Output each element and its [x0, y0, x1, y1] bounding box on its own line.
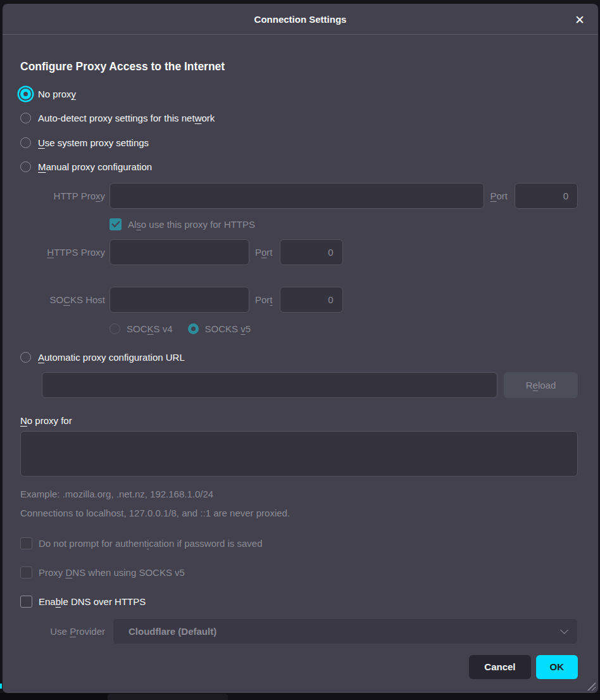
proxy-dns-checkbox[interactable]	[20, 566, 32, 578]
auto-url-input-row: Reload	[42, 372, 578, 398]
https-proxy-row: HTTPS Proxy Port	[20, 239, 578, 265]
dialog-title: Connection Settings	[254, 14, 347, 25]
ok-button[interactable]: OK	[536, 655, 578, 679]
also-https-checkbox[interactable]	[109, 218, 122, 230]
provider-select[interactable]: Cloudflare (Default)	[113, 618, 578, 644]
socks-version-row: SOCKS v4 SOCKS v5	[109, 320, 578, 337]
socks-host-input[interactable]	[109, 287, 249, 313]
also-https-row: Also use this proxy for HTTPS	[109, 215, 578, 233]
auto-url-radio[interactable]	[20, 352, 31, 363]
resize-grip[interactable]	[586, 681, 596, 691]
system-proxy-radio[interactable]	[20, 137, 31, 148]
http-port-label[interactable]: Port	[490, 191, 508, 201]
provider-row: Use Provider Cloudflare (Default)	[20, 618, 578, 644]
https-port-label[interactable]: Port	[255, 247, 273, 258]
no-prompt-auth-checkbox[interactable]	[20, 537, 32, 549]
https-port-input[interactable]	[280, 239, 343, 265]
https-proxy-label[interactable]: HTTPS Proxy	[20, 247, 105, 258]
chevron-down-icon	[560, 626, 568, 634]
dialog-footer: Cancel OK	[20, 655, 578, 679]
manual-proxy-label[interactable]: Manual proxy configuration	[38, 161, 152, 172]
provider-selected-value: Cloudflare (Default)	[128, 626, 560, 637]
socks-v5-label[interactable]: SOCKS v5	[205, 323, 251, 334]
no-proxy-for-label-row: No proxy for	[20, 415, 578, 426]
no-proxy-radio[interactable]	[20, 89, 31, 99]
enable-doh-label[interactable]: Enable DNS over HTTPS	[39, 596, 146, 607]
no-prompt-auth-row: Do not prompt for authentication if pass…	[20, 537, 578, 549]
option-row-auto-detect: Auto-detect proxy settings for this netw…	[20, 106, 578, 131]
cancel-button[interactable]: Cancel	[469, 655, 530, 679]
manual-proxy-radio[interactable]	[20, 161, 31, 172]
http-proxy-input[interactable]	[109, 183, 484, 209]
socks-host-label[interactable]: SOCKS Host	[20, 294, 105, 305]
socks-host-row: SOCKS Host Port	[20, 287, 578, 313]
page-title: Configure Proxy Access to the Internet	[20, 60, 578, 73]
reload-button[interactable]: Reload	[504, 372, 578, 398]
localhost-note-text: Connections to localhost, 127.0.0.1/8, a…	[20, 508, 578, 518]
http-proxy-label[interactable]: HTTP Proxy	[20, 191, 105, 201]
http-port-input[interactable]	[515, 183, 578, 209]
socks-v4-radio[interactable]	[109, 323, 120, 334]
option-row-system-proxy: Use system proxy settings	[20, 130, 578, 155]
socks-v4-label[interactable]: SOCKS v4	[127, 323, 173, 334]
auto-detect-radio[interactable]	[20, 113, 31, 123]
underlying-accent-fragment	[0, 684, 2, 689]
proxy-dns-label[interactable]: Proxy DNS when using SOCKS v5	[39, 567, 185, 578]
dialog-content: Configure Proxy Access to the Internet N…	[3, 35, 598, 679]
socks-port-label[interactable]: Port	[255, 294, 273, 305]
connection-settings-dialog: Connection Settings ✕ Configure Proxy Ac…	[3, 4, 598, 693]
no-proxy-for-label[interactable]: No proxy for	[20, 415, 72, 426]
underlying-page-element	[108, 694, 228, 700]
proxy-dns-row: Proxy DNS when using SOCKS v5	[20, 566, 578, 578]
auto-detect-label[interactable]: Auto-detect proxy settings for this netw…	[38, 113, 215, 123]
close-icon[interactable]: ✕	[570, 10, 589, 29]
dialog-titlebar: Connection Settings ✕	[3, 4, 598, 35]
no-proxy-for-textarea[interactable]	[20, 431, 578, 477]
no-proxy-example-text: Example: .mozilla.org, .net.nz, 192.168.…	[20, 489, 578, 499]
auto-url-label[interactable]: Automatic proxy configuration URL	[38, 352, 185, 363]
https-proxy-input[interactable]	[109, 239, 249, 265]
option-row-auto-url: Automatic proxy configuration URL	[20, 345, 578, 370]
underlying-page	[0, 693, 600, 700]
socks-v5-radio[interactable]	[188, 323, 199, 334]
also-https-label[interactable]: Also use this proxy for HTTPS	[128, 219, 255, 230]
option-row-manual-proxy: Manual proxy configuration	[20, 155, 578, 180]
use-provider-label[interactable]: Use Provider	[20, 626, 105, 637]
underlying-page-element	[228, 694, 600, 700]
system-proxy-label[interactable]: Use system proxy settings	[38, 137, 149, 148]
no-proxy-label[interactable]: No proxy	[38, 89, 76, 99]
no-prompt-auth-label[interactable]: Do not prompt for authentication if pass…	[39, 538, 263, 549]
option-row-no-proxy: No proxy	[20, 82, 578, 106]
enable-doh-checkbox[interactable]	[20, 596, 32, 608]
http-proxy-row: HTTP Proxy Port	[20, 183, 578, 209]
auto-url-input[interactable]	[42, 372, 497, 398]
socks-port-input[interactable]	[280, 287, 343, 313]
enable-doh-row: Enable DNS over HTTPS	[20, 596, 578, 608]
